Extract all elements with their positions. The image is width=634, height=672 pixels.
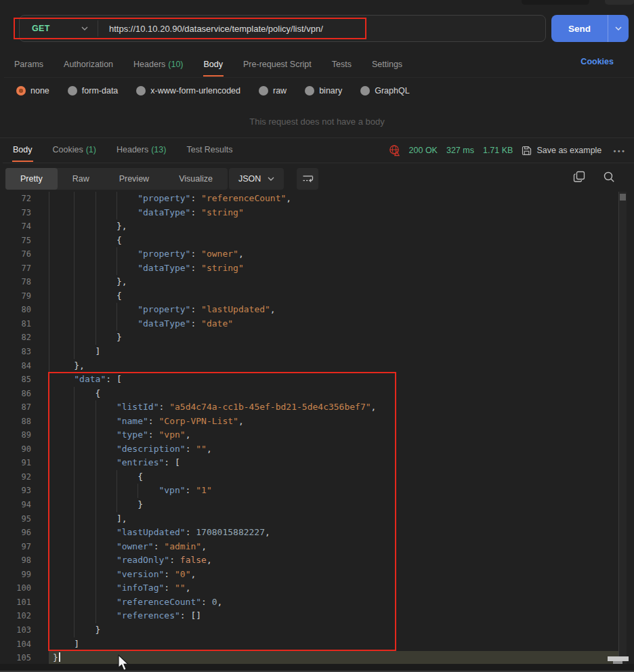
- response-time[interactable]: 327 ms: [446, 146, 474, 155]
- send-options-button[interactable]: [608, 26, 629, 30]
- body-mode-radio-graphql[interactable]: GraphQL: [360, 86, 409, 96]
- code-token: "version": [117, 569, 164, 579]
- method-selector[interactable]: GET: [20, 24, 98, 33]
- vertical-scrollbar-thumb[interactable]: [620, 194, 626, 201]
- url-input[interactable]: https://10.10.20.90/dataservice/template…: [98, 24, 545, 34]
- code-line: 95],: [0, 512, 634, 526]
- line-number: 94: [0, 498, 49, 512]
- line-number: 97: [0, 540, 49, 554]
- view-mode-raw[interactable]: Raw: [58, 168, 104, 190]
- code-line-text: ]: [49, 345, 618, 359]
- code-token: "dataType": [138, 207, 190, 217]
- language-selector[interactable]: JSON: [229, 168, 284, 190]
- send-button[interactable]: Send: [551, 15, 629, 42]
- view-mode-pretty[interactable]: Pretty: [5, 168, 58, 190]
- response-size[interactable]: 1.71 KB: [483, 146, 513, 155]
- body-mode-radio-form-data[interactable]: form-data: [68, 86, 119, 96]
- body-mode-label: raw: [273, 86, 287, 96]
- code-token: :: [186, 527, 196, 537]
- copy-response-button[interactable]: [573, 171, 585, 183]
- request-tab-tests[interactable]: Tests: [322, 54, 362, 77]
- wrap-text-button[interactable]: [297, 168, 318, 190]
- radio-selected-icon: [16, 86, 26, 96]
- code-line-text: "version": "0",: [49, 568, 618, 582]
- indent-guide: [74, 303, 75, 317]
- horizontal-scrollbar-thumb[interactable]: [608, 656, 629, 661]
- indent-guide: [96, 247, 96, 261]
- method-label: GET: [32, 24, 50, 33]
- code-line-text: "name": "Corp-VPN-List",: [49, 415, 618, 429]
- code-line: 80"property": "lastUpdated",: [0, 303, 634, 317]
- body-mode-label: GraphQL: [375, 86, 409, 96]
- indent-guide: [74, 261, 75, 276]
- tab-label: Cookies: [53, 145, 83, 154]
- code-token: },: [117, 221, 127, 231]
- code-line-text: "description": "",: [49, 442, 618, 457]
- code-token: ,: [207, 555, 212, 565]
- request-tab-pre-request-script[interactable]: Pre-request Script: [233, 54, 322, 77]
- save-icon: [522, 146, 532, 156]
- code-token: "listId": [117, 402, 159, 412]
- line-number: 90: [0, 442, 49, 457]
- code-token: ,: [265, 527, 270, 537]
- indent-guide: [74, 387, 75, 401]
- code-token: :: [164, 583, 175, 593]
- code-line-text: },: [49, 359, 618, 373]
- line-number: 74: [0, 219, 49, 234]
- indent-guide: [74, 219, 75, 234]
- line-number: 77: [0, 261, 49, 276]
- search-response-button[interactable]: [603, 171, 615, 183]
- mouse-cursor-icon: [117, 654, 130, 672]
- code-line: 96"lastUpdated": 1708015882227,: [0, 526, 634, 540]
- vertical-scrollbar[interactable]: [618, 192, 627, 665]
- code-token: ,: [186, 429, 191, 440]
- indent-guide: [117, 484, 117, 498]
- chevron-down-icon: [81, 26, 88, 30]
- code-line-text: "dataType": "string": [49, 206, 618, 220]
- response-body-code[interactable]: 72"property": "referenceCount",73"dataTy…: [0, 192, 634, 665]
- line-number: 105: [0, 651, 49, 665]
- save-as-example-button[interactable]: Save as example: [522, 146, 601, 156]
- indent-guide: [74, 568, 75, 582]
- wrap-text-icon: [302, 174, 314, 184]
- response-tab-headers[interactable]: Headers(13): [106, 139, 176, 162]
- code-line: 93"vpn": "1": [0, 484, 634, 498]
- line-number: 73: [0, 206, 49, 220]
- request-tab-body[interactable]: Body: [194, 54, 234, 77]
- cookies-link[interactable]: Cookies: [580, 57, 614, 66]
- request-tab-params[interactable]: Params: [4, 54, 54, 77]
- indent-guide: [74, 540, 75, 554]
- view-mode-preview[interactable]: Preview: [104, 168, 164, 190]
- request-tab-settings[interactable]: Settings: [362, 54, 413, 77]
- indent-guide: [96, 553, 96, 568]
- indent-guide: [96, 540, 96, 554]
- code-token: }: [138, 499, 143, 509]
- code-token: "1": [196, 485, 211, 495]
- code-line-text: ],: [49, 512, 618, 526]
- tab-label: Authorization: [64, 60, 113, 69]
- text-cursor: [59, 652, 60, 662]
- code-token: :: [148, 416, 159, 426]
- bottom-strip: [0, 664, 634, 672]
- view-mode-visualize[interactable]: Visualize: [164, 168, 228, 190]
- body-mode-radio-none[interactable]: none: [16, 86, 49, 96]
- body-mode-radio-raw[interactable]: raw: [259, 86, 287, 96]
- code-line-text: "data": [: [49, 373, 618, 387]
- status-badge[interactable]: 200 OK: [409, 146, 438, 155]
- body-mode-radio-binary[interactable]: binary: [305, 86, 342, 96]
- network-warning-icon[interactable]: [388, 144, 400, 156]
- code-line-text: "infoTag": "",: [49, 581, 618, 595]
- line-number: 95: [0, 512, 49, 526]
- tab-label: Params: [14, 60, 43, 69]
- response-tab-body[interactable]: Body: [3, 139, 43, 162]
- body-mode-radio-x-www-form-urlencoded[interactable]: x-www-form-urlencoded: [136, 86, 240, 96]
- response-tab-cookies[interactable]: Cookies(1): [43, 139, 106, 162]
- code-token: "a5d4c74a-cc1b-45ef-bd21-5de4c356bef7": [169, 402, 371, 412]
- more-options-button[interactable]: ●●●: [613, 148, 626, 153]
- request-tab-authorization[interactable]: Authorization: [54, 54, 123, 77]
- indent-guide: [96, 289, 96, 303]
- indent-guide: [74, 526, 75, 540]
- request-tab-headers[interactable]: Headers(10): [123, 54, 193, 77]
- response-tab-test-results[interactable]: Test Results: [176, 139, 242, 162]
- code-line: 76"property": "owner",: [0, 247, 634, 261]
